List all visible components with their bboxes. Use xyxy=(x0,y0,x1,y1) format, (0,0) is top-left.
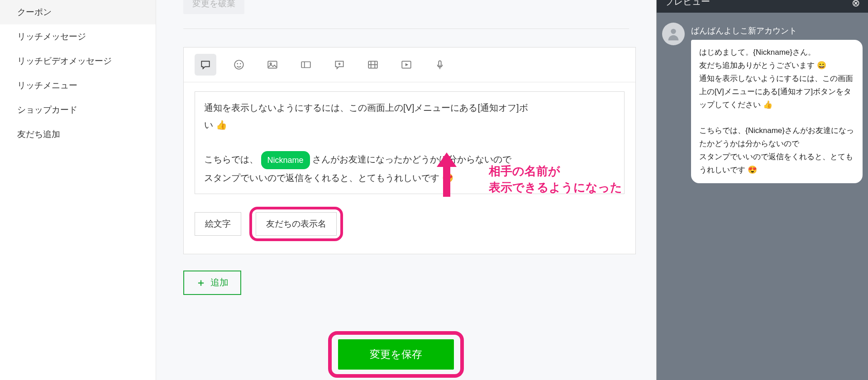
svg-rect-3 xyxy=(268,61,277,68)
highlight-friendname: 友だちの表示名 xyxy=(249,207,343,241)
friend-display-name-button[interactable]: 友だちの表示名 xyxy=(256,212,337,236)
preview-header: プレビュー ⊗ xyxy=(657,0,868,13)
text-tool-button[interactable] xyxy=(195,54,216,76)
msg-line1: 通知を表示しないようにするには、この画面上の[V]メニューにある[通知オフ]ボ xyxy=(204,103,528,113)
main-content: 変更を破棄 xyxy=(156,0,656,380)
svg-rect-14 xyxy=(439,61,441,66)
smiley-icon xyxy=(233,59,245,71)
image-tool-button[interactable] xyxy=(262,54,283,76)
coupon-icon xyxy=(300,59,312,71)
svg-point-16 xyxy=(671,29,676,34)
svg-point-2 xyxy=(240,63,241,64)
sidebar-item-shop-card[interactable]: ショップカード xyxy=(0,98,156,122)
sidebar-item-label: 友だち追加 xyxy=(17,129,60,139)
sidebar-item-label: リッチビデオメッセージ xyxy=(17,56,112,66)
preview-chat-body: ばんばんよしこ新アカウント はじめまして。{Nickname}さん。 友だち追加… xyxy=(657,13,868,193)
rich-message-tool-button[interactable] xyxy=(329,54,350,76)
editor-bottom-buttons: 絵文字 友だちの表示名 xyxy=(184,200,635,254)
video-grid-icon xyxy=(367,59,379,71)
close-icon[interactable]: ⊗ xyxy=(852,0,860,9)
chat-row: ばんばんよしこ新アカウント はじめまして。{Nickname}さん。 友だち追加… xyxy=(662,23,863,183)
sidebar: クーポン リッチメッセージ リッチビデオメッセージ リッチメニュー ショップカー… xyxy=(0,0,156,380)
voice-tool-button[interactable] xyxy=(429,54,451,76)
msg-line3: スタンプでいいので返信をくれると、とてもうれしいです 😍 xyxy=(204,173,453,183)
preview-account-name: ばんばんよしこ新アカウント xyxy=(691,25,863,36)
plus-icon: ＋ xyxy=(196,276,206,290)
svg-point-0 xyxy=(234,60,243,69)
speech-bubble-icon xyxy=(200,59,211,71)
sidebar-item-rich-menu[interactable]: リッチメニュー xyxy=(0,73,156,98)
sidebar-item-rich-message[interactable]: リッチメッセージ xyxy=(0,24,156,49)
coupon-tool-button[interactable] xyxy=(295,54,317,76)
preview-bubble: はじめまして。{Nickname}さん。 友だち追加ありがとうございます 😄 通… xyxy=(691,40,863,183)
sidebar-item-label: ショップカード xyxy=(17,105,77,114)
person-icon xyxy=(666,26,681,42)
discard-changes-button[interactable]: 変更を破棄 xyxy=(183,0,244,14)
emoji-insert-button[interactable]: 絵文字 xyxy=(195,212,241,236)
sidebar-item-add-friend[interactable]: 友だち追加 xyxy=(0,122,156,147)
image-icon xyxy=(267,59,278,71)
annotation-text: 相手の名前が 表示できるようになった xyxy=(489,163,622,196)
sidebar-item-label: リッチメッセージ xyxy=(17,32,86,41)
msg-line2-mid: さんがお友達になったかどうかは分からないので xyxy=(312,154,511,164)
microphone-icon xyxy=(434,59,446,71)
sidebar-item-label: クーポン xyxy=(17,7,52,17)
preview-title: プレビュー xyxy=(665,0,710,8)
save-changes-button[interactable]: 変更を保存 xyxy=(338,339,454,370)
msg-line2-pre: こちらでは、 xyxy=(204,154,258,164)
msg-line1-tail: い 👍 xyxy=(204,120,227,130)
highlight-save: 変更を保存 xyxy=(328,331,464,378)
sidebar-item-rich-video-message[interactable]: リッチビデオメッセージ xyxy=(0,49,156,73)
emoji-tool-button[interactable] xyxy=(228,54,250,76)
video-tool-button[interactable] xyxy=(396,54,417,76)
message-editor-card: 通知を表示しないようにするには、この画面上の[V]メニューにある[通知オフ]ボ … xyxy=(183,47,636,254)
sidebar-item-label: リッチメニュー xyxy=(17,81,77,90)
add-message-button[interactable]: ＋ 追加 xyxy=(183,271,241,295)
editor-toolbar xyxy=(184,48,635,82)
annotation-arrow xyxy=(433,152,460,203)
divider xyxy=(183,28,629,29)
rich-video-tool-button[interactable] xyxy=(362,54,384,76)
nickname-chip[interactable]: Nickname xyxy=(261,151,310,169)
save-row: 変更を保存 xyxy=(156,331,636,378)
play-square-icon xyxy=(401,59,412,71)
svg-point-4 xyxy=(270,63,272,64)
svg-rect-5 xyxy=(301,62,310,68)
speech-plus-icon xyxy=(334,59,345,71)
sidebar-item-coupon[interactable]: クーポン xyxy=(0,0,156,24)
preview-panel: プレビュー ⊗ ばんばんよしこ新アカウント はじめまして。{Nickname}さ… xyxy=(656,0,868,380)
svg-point-1 xyxy=(237,63,238,64)
avatar xyxy=(662,23,685,45)
add-label: 追加 xyxy=(210,276,229,289)
